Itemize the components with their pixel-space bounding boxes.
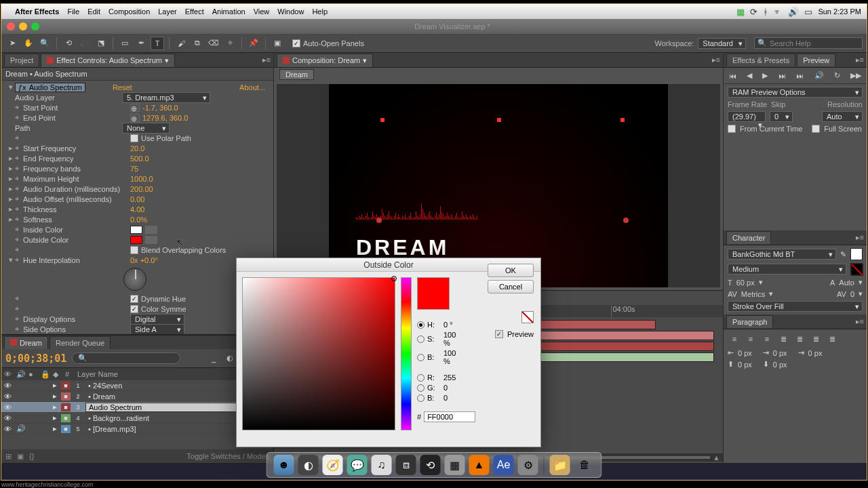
toggle-switches-label[interactable]: Toggle Switches / Modes xyxy=(186,452,269,460)
layer-handle[interactable] xyxy=(620,118,625,122)
ok-button[interactable]: OK xyxy=(488,264,534,277)
space-before-value[interactable]: 0 px xyxy=(738,361,752,369)
ram-preview-icon[interactable]: ▶▶ xyxy=(850,71,861,80)
tab-project[interactable]: Project xyxy=(4,54,39,66)
leading-value[interactable]: Auto xyxy=(839,279,854,287)
eyedropper-icon[interactable] xyxy=(145,226,157,234)
panel-icon[interactable]: ▣ xyxy=(271,37,284,50)
tab-preview[interactable]: Preview xyxy=(797,54,835,66)
paragraph-panel-menu-icon[interactable]: ▸≡ xyxy=(856,317,864,326)
spaces-icon[interactable]: ▦ xyxy=(736,7,745,17)
menu-window[interactable]: Window xyxy=(277,7,304,16)
audio-icon[interactable]: 🔊 xyxy=(814,71,824,80)
zoom-window-button[interactable] xyxy=(31,22,39,30)
r-value[interactable]: 255 xyxy=(443,373,464,382)
hand-tool-icon[interactable]: ✋ xyxy=(22,37,35,50)
tracking-value[interactable]: 0 xyxy=(850,290,854,298)
symm-checkbox[interactable]: ✓ xyxy=(130,305,138,313)
pan-behind-tool-icon[interactable]: ⬔ xyxy=(94,37,108,50)
ichat-icon[interactable]: 💬 xyxy=(347,455,368,475)
camera-tool-icon[interactable]: 🎥 xyxy=(78,37,92,50)
app-name[interactable]: After Effects xyxy=(15,7,59,16)
justify-left-icon[interactable]: ≣ xyxy=(776,332,790,346)
r-radio[interactable] xyxy=(417,374,425,382)
thick-value[interactable]: 4.00 xyxy=(130,205,144,214)
fullscreen-checkbox[interactable] xyxy=(812,125,820,133)
hue-slider[interactable] xyxy=(401,277,412,430)
side-options-select[interactable]: Side A xyxy=(130,324,184,335)
h-radio[interactable] xyxy=(417,321,425,329)
polar-checkbox[interactable] xyxy=(130,134,138,142)
last-frame-icon[interactable]: ⏭ xyxy=(796,72,804,80)
tab-render-queue[interactable]: Render Queue xyxy=(50,336,111,349)
itunes-icon[interactable]: ♫ xyxy=(372,455,392,475)
wifi-icon[interactable]: ᯤ xyxy=(774,7,783,17)
display-options-select[interactable]: Digital xyxy=(130,314,184,325)
layer-row[interactable]: 👁▸■4• Backgro...radient xyxy=(1,413,273,424)
preferences-icon[interactable]: ⚙ xyxy=(518,455,538,475)
battery-icon[interactable]: ▭ xyxy=(804,7,812,17)
tab-paragraph[interactable]: Paragraph xyxy=(726,315,773,328)
justify-center-icon[interactable]: ≣ xyxy=(793,332,806,346)
tl-icon-2[interactable]: ◐ xyxy=(223,352,237,365)
crosshair-icon-2[interactable]: ⊕ xyxy=(130,114,140,122)
zoom-tool-icon[interactable]: 🔍 xyxy=(38,37,52,50)
b-value[interactable]: 100 % xyxy=(443,349,464,365)
downloads-icon[interactable]: 📁 xyxy=(550,455,570,475)
sv-cursor[interactable] xyxy=(391,276,397,281)
font-family-select[interactable]: BankGothic Md BT xyxy=(728,249,836,260)
tl-foot-icon2[interactable]: ▣ xyxy=(17,452,24,461)
no-color-icon[interactable] xyxy=(521,311,534,323)
prev-frame-icon[interactable]: ◀ xyxy=(747,71,752,80)
rotate-tool-icon[interactable]: ⟲ xyxy=(62,37,75,50)
s-value[interactable]: 100 % xyxy=(443,331,464,347)
eyedropper-icon[interactable]: ✎ xyxy=(840,250,846,259)
menu-composition[interactable]: Composition xyxy=(108,7,150,16)
volume-icon[interactable]: 🔊 xyxy=(788,7,799,17)
b-radio[interactable] xyxy=(417,354,425,361)
align-right-icon[interactable]: ≡ xyxy=(760,332,774,346)
chevron-down-icon[interactable]: ▾ xyxy=(859,278,863,287)
after-effects-icon[interactable]: Ae xyxy=(494,455,514,475)
finder-icon[interactable]: ☻ xyxy=(274,455,294,475)
font-weight-select[interactable]: Medium xyxy=(728,264,846,274)
indent-right-value[interactable]: 0 px xyxy=(808,349,823,357)
maxh-value[interactable]: 1000.0 xyxy=(130,175,153,183)
menu-layer[interactable]: Layer xyxy=(158,7,177,16)
outside-color-swatch[interactable] xyxy=(130,236,142,244)
aoff-value[interactable]: 0.00 xyxy=(130,195,144,203)
fill-color-swatch[interactable] xyxy=(850,248,863,260)
blend-checkbox[interactable] xyxy=(130,246,138,254)
from-current-checkbox[interactable] xyxy=(728,125,736,133)
menu-view[interactable]: View xyxy=(254,7,270,16)
menu-file[interactable]: File xyxy=(67,7,79,16)
type-tool-icon[interactable]: T xyxy=(151,37,164,50)
h-value[interactable]: 0 ° xyxy=(443,321,464,329)
layer-row[interactable]: 👁▸■2• Dream xyxy=(1,391,273,402)
justify-right-icon[interactable]: ≣ xyxy=(809,332,823,346)
timeline-search[interactable]: 🔍 xyxy=(72,352,180,364)
stroke-color-swatch[interactable] xyxy=(850,263,863,275)
puppet-tool-icon[interactable]: 📌 xyxy=(247,37,260,50)
path-select[interactable]: None xyxy=(122,123,170,134)
eyedropper-icon-2[interactable] xyxy=(145,236,157,244)
comp-panel-menu-icon[interactable]: ▸≡ xyxy=(712,56,720,64)
bl-value[interactable]: 0 xyxy=(443,394,464,402)
chevron-down-icon[interactable]: ▾ xyxy=(769,289,773,298)
panel-menu-icon[interactable]: ▸≡ xyxy=(262,56,271,64)
start-point-value[interactable]: -1.7, 360.0 xyxy=(142,104,178,112)
end-freq-value[interactable]: 500.0 xyxy=(130,155,149,163)
menu-help[interactable]: Help xyxy=(312,7,328,16)
audio-layer-select[interactable]: 5. Dream.mp3 xyxy=(122,92,210,103)
loop-icon[interactable]: ↻ xyxy=(834,71,840,80)
g-value[interactable]: 0 xyxy=(443,384,464,392)
s-radio[interactable] xyxy=(417,336,425,343)
menu-edit[interactable]: Edit xyxy=(87,7,100,16)
preview-panel-menu-icon[interactable]: ▸≡ xyxy=(856,56,864,64)
layer-row[interactable]: 👁▸■1• 24Seven xyxy=(1,380,273,391)
trash-icon[interactable]: 🗑 xyxy=(574,455,595,475)
inside-color-swatch[interactable] xyxy=(130,226,142,234)
about-link[interactable]: About... xyxy=(239,83,265,92)
g-radio[interactable] xyxy=(417,384,425,392)
tab-effect-controls[interactable]: Effect Controls: Audio Spectrum▾ xyxy=(41,54,175,67)
